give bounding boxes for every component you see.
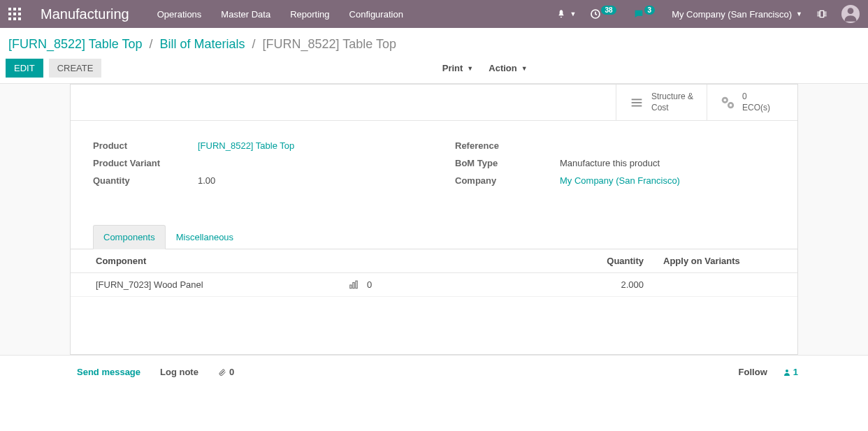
app-title[interactable]: Manufacturing (41, 6, 129, 22)
breadcrumb-link-1[interactable]: Bill of Materials (159, 37, 245, 52)
tabs: Components Miscellaneous (71, 225, 797, 249)
nav-right: ▼ 38 3 My Company (San Francisco) ▼ (556, 5, 860, 23)
debug-icon[interactable] (816, 8, 827, 20)
eco-label: ECO(s) (742, 103, 770, 114)
variant-value (198, 158, 413, 168)
caret-down-icon: ▼ (521, 65, 528, 72)
reference-label: Reference (455, 140, 560, 151)
svg-rect-8 (18, 17, 21, 20)
structure-line2: Cost (651, 103, 693, 114)
svg-rect-4 (13, 13, 16, 15)
tab-components[interactable]: Components (93, 225, 166, 249)
th-component: Component (71, 249, 343, 273)
cell-component: [FURN_7023] Wood Panel (71, 273, 343, 297)
caret-down-icon: ▼ (467, 65, 473, 72)
th-mid (343, 249, 574, 273)
chat-badge: 3 (644, 6, 656, 15)
chatter: Send message Log note 0 Follow 1 (0, 355, 868, 388)
quantity-label: Quantity (93, 175, 198, 186)
reference-value (560, 140, 775, 151)
activity-badge: 38 (601, 6, 616, 15)
nav-menu: Operations Master Data Reporting Configu… (157, 9, 556, 20)
menu-reporting[interactable]: Reporting (290, 9, 329, 20)
table-row[interactable]: [FURN_7023] Wood Panel 0 2.000 (71, 273, 797, 297)
paperclip-icon (218, 368, 226, 377)
user-icon (783, 368, 791, 377)
company-switcher[interactable]: My Company (San Francisco) ▼ (672, 9, 802, 20)
product-label: Product (93, 140, 198, 151)
log-note-button[interactable]: Log note (160, 367, 198, 377)
company-label: Company (455, 175, 560, 186)
control-bar: EDIT CREATE Print ▼ Action ▼ (0, 56, 868, 84)
cell-forecast: 0 (367, 279, 372, 290)
cell-variants (658, 273, 797, 297)
company-link[interactable]: My Company (San Francisco) (560, 175, 680, 186)
svg-rect-6 (8, 17, 11, 20)
svg-rect-19 (356, 281, 357, 288)
svg-rect-0 (8, 8, 11, 10)
tab-content: Component Quantity Apply on Variants [FU… (71, 249, 797, 354)
svg-rect-7 (13, 17, 16, 20)
breadcrumb-current: [FURN_8522] Table Top (263, 37, 396, 52)
menu-master-data[interactable]: Master Data (221, 9, 270, 20)
attachments-button[interactable]: 0 (218, 367, 234, 377)
th-variants: Apply on Variants (658, 249, 797, 273)
follow-button[interactable]: Follow (739, 367, 767, 377)
avatar[interactable] (841, 5, 860, 23)
structure-cost-button[interactable]: Structure & Cost (616, 85, 707, 120)
svg-rect-2 (18, 8, 21, 10)
notifications-icon[interactable]: ▼ (556, 9, 577, 19)
gears-icon (720, 95, 735, 110)
follower-count[interactable]: 1 (783, 367, 798, 377)
bomtype-value: Manufacture this product (560, 158, 775, 168)
svg-rect-17 (350, 285, 352, 288)
content-wrap: Structure & Cost 0 ECO(s) Product (0, 84, 868, 355)
svg-rect-5 (18, 13, 21, 15)
svg-rect-3 (8, 13, 11, 15)
breadcrumb: [FURN_8522] Table Top / Bill of Material… (0, 28, 868, 56)
cell-qty: 2.000 (574, 273, 658, 297)
svg-point-20 (786, 370, 788, 372)
components-table: Component Quantity Apply on Variants [FU… (71, 249, 797, 297)
stat-buttons: Structure & Cost 0 ECO(s) (71, 85, 797, 121)
list-icon (629, 95, 644, 110)
edit-button[interactable]: EDIT (6, 59, 43, 78)
menu-configuration[interactable]: Configuration (349, 9, 403, 20)
chat-icon[interactable]: 3 (633, 8, 658, 20)
menu-operations[interactable]: Operations (157, 9, 202, 20)
quantity-value: 1.00 (198, 175, 413, 186)
eco-button[interactable]: 0 ECO(s) (707, 85, 797, 120)
th-quantity: Quantity (574, 249, 658, 273)
svg-rect-1 (13, 8, 16, 10)
company-name: My Company (San Francisco) (672, 9, 792, 20)
form-body: Product [FURN_8522] Table Top Product Va… (71, 121, 797, 207)
variant-label: Product Variant (93, 158, 198, 168)
svg-point-14 (724, 98, 727, 101)
breadcrumb-sep: / (252, 37, 256, 52)
form-col-right: Reference BoM Type Manufacture this prod… (455, 140, 775, 193)
action-dropdown[interactable]: Action ▼ (489, 63, 527, 73)
bomtype-label: BoM Type (455, 158, 560, 168)
apps-icon[interactable] (8, 8, 21, 20)
eco-count: 0 (742, 92, 770, 103)
print-dropdown[interactable]: Print ▼ (442, 63, 474, 73)
activity-icon[interactable]: 38 (590, 8, 619, 20)
form-sheet: Structure & Cost 0 ECO(s) Product (70, 84, 798, 355)
create-button[interactable]: CREATE (49, 59, 102, 78)
attach-count: 0 (229, 367, 234, 377)
product-link[interactable]: [FURN_8522] Table Top (198, 140, 294, 151)
top-navbar: Manufacturing Operations Master Data Rep… (0, 0, 868, 28)
send-message-button[interactable]: Send message (77, 367, 140, 377)
forecast-icon[interactable] (349, 280, 359, 290)
svg-point-16 (730, 103, 732, 106)
tab-miscellaneous[interactable]: Miscellaneous (166, 225, 244, 249)
breadcrumb-link-0[interactable]: [FURN_8522] Table Top (8, 37, 142, 52)
form-col-left: Product [FURN_8522] Table Top Product Va… (93, 140, 413, 193)
structure-line1: Structure & (651, 92, 693, 103)
svg-rect-18 (353, 282, 354, 288)
breadcrumb-sep: / (149, 37, 152, 52)
